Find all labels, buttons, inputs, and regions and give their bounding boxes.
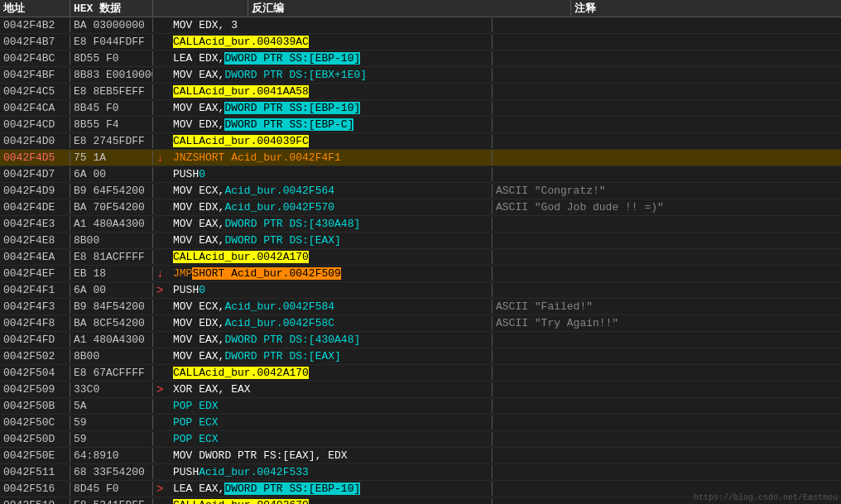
cell-marker [153, 58, 170, 60]
cell-marker [153, 472, 170, 473]
cell-addr: 0042F50D [0, 432, 70, 446]
table-row[interactable]: 0042F4D0E8 2745FDFFCALL Acid_bur.004039F… [0, 133, 841, 150]
table-header: 地址 HEX 数据 反汇编 注释 [0, 0, 841, 17]
disasm-part: DWORD PTR DS:[430A48] [224, 334, 360, 346]
cell-addr: 0042F4F3 [0, 300, 70, 314]
cell-disasm: POP EDX [170, 399, 493, 413]
cell-disasm: MOV EAX, DWORD PTR SS:[EBP-10] [170, 101, 493, 115]
table-row[interactable]: 0042F4F3B9 84F54200MOV ECX, Acid_bur.004… [0, 299, 841, 315]
table-row[interactable]: 0042F504E8 67ACFFFFCALL Acid_bur.0042A17… [0, 365, 841, 382]
table-row[interactable]: 0042F50E64:8910MOV DWORD PTR FS:[EAX], E… [0, 448, 841, 464]
cell-hex: E8 F044FDFF [70, 35, 153, 49]
disasm-part: DWORD PTR SS:[EBP-10] [224, 52, 360, 65]
table-row[interactable]: 0042F4BC8D55 F0LEA EDX, DWORD PTR SS:[EB… [0, 50, 841, 67]
cell-marker [153, 406, 170, 407]
cell-marker: > [153, 382, 170, 397]
cell-hex: E8 2745FDFF [70, 134, 153, 148]
cell-addr: 0042F4F8 [0, 316, 70, 330]
cell-hex: 8B83 E0010000 [70, 68, 153, 82]
table-row[interactable]: 0042F4B2BA 03000000MOV EDX, 3 [0, 17, 841, 34]
cell-disasm: POP ECX [170, 432, 493, 446]
table-row[interactable]: 0042F4BF8B83 E0010000MOV EAX, DWORD PTR … [0, 67, 841, 84]
table-row[interactable]: 0042F4F16A 00>PUSH 0 [0, 282, 841, 299]
table-row[interactable]: 0042F4C5E8 8EB5FEFFCALL Acid_bur.0041AA5… [0, 84, 841, 100]
table-row[interactable]: 0042F4EAE8 81ACFFFFCALL Acid_bur.0042A17… [0, 249, 841, 266]
cell-marker [153, 91, 170, 93]
cell-comment [493, 257, 841, 258]
cell-marker [153, 455, 170, 457]
cell-hex: 8D55 F0 [70, 51, 153, 65]
cell-disasm: CALL Acid_bur.0042A170 [170, 250, 493, 264]
cell-hex: 75 1A [70, 151, 153, 165]
disasm-part: MOV ECX, [173, 300, 224, 313]
disasm-part: DWORD PTR SS:[EBP-10] [224, 102, 360, 114]
cell-hex: 8B55 F4 [70, 118, 153, 132]
cell-marker [153, 223, 170, 225]
disasm-part: SHORT Acid_bur.0042F509 [192, 267, 340, 280]
table-row[interactable]: 0042F4D76A 00PUSH 0 [0, 166, 841, 183]
cell-addr: 0042F4C5 [0, 84, 70, 98]
disasm-part: DWORD PTR SS:[EBP-10] [224, 482, 360, 495]
table-row[interactable]: 0042F4D9B9 64F54200MOV ECX, Acid_bur.004… [0, 183, 841, 199]
cell-addr: 0042F4BF [0, 68, 70, 82]
cell-hex: 6A 00 [70, 167, 153, 181]
disasm-part: Acid_bur.0042A170 [199, 251, 309, 263]
table-row[interactable]: 0042F50D59POP ECX [0, 431, 841, 448]
disasm-part: PUSH [173, 284, 199, 296]
table-row[interactable]: 0042F51168 33F54200PUSH Acid_bur.0042F53… [0, 464, 841, 481]
disasm-part: CALL [173, 367, 199, 379]
cell-marker [153, 141, 170, 142]
table-row[interactable]: 0042F50C59POP ECX [0, 415, 841, 431]
table-row[interactable]: 0042F4FDA1 480A4300MOV EAX, DWORD PTR DS… [0, 332, 841, 348]
cell-hex: B9 64F54200 [70, 184, 153, 198]
cell-comment [493, 339, 841, 341]
disasm-part: MOV ECX, [173, 185, 224, 197]
cell-disasm: MOV EDX, 3 [170, 18, 493, 32]
disasm-part: Acid_bur.0042F570 [224, 201, 334, 214]
table-row[interactable]: 0042F4EFEB 18↓JMP SHORT Acid_bur.0042F50… [0, 266, 841, 282]
cell-hex: E8 67ACFFFF [70, 366, 153, 380]
cell-disasm: PUSH 0 [170, 283, 493, 297]
cell-addr: 0042F50C [0, 415, 70, 430]
cell-marker [153, 339, 170, 341]
table-row[interactable]: 0042F4DEBA 70F54200MOV EDX, Acid_bur.004… [0, 199, 841, 216]
cell-marker: ↓ [153, 151, 170, 166]
disasm-part: MOV EDX, [173, 201, 224, 214]
disasm-part: CALL [173, 251, 199, 263]
cell-hex: BA 03000000 [70, 18, 153, 32]
cell-addr: 0042F4E3 [0, 217, 70, 231]
cell-addr: 0042F50E [0, 449, 70, 463]
disasm-part: DWORD PTR SS:[EBP-C] [224, 118, 353, 131]
disasm-table[interactable]: 0042F4B2BA 03000000MOV EDX, 30042F4B7E8 … [0, 17, 841, 504]
cell-disasm: MOV ECX, Acid_bur.0042F584 [170, 300, 493, 314]
table-row[interactable]: 0042F4F8BA 8CF54200MOV EDX, Acid_bur.004… [0, 315, 841, 332]
cell-hex: BA 70F54200 [70, 200, 153, 214]
cell-disasm: XOR EAX, EAX [170, 382, 493, 396]
cell-disasm: CALL Acid_bur.0041AA58 [170, 84, 493, 98]
disasm-part: LEA EAX, [173, 482, 224, 495]
table-row[interactable]: 0042F5028B00MOV EAX, DWORD PTR DS:[EAX] [0, 348, 841, 365]
cell-marker [153, 257, 170, 258]
disasm-part: 0 [199, 284, 205, 296]
cell-addr: 0042F4CA [0, 101, 70, 115]
cell-disasm: MOV EAX, DWORD PTR DS:[EAX] [170, 233, 493, 247]
cell-marker: ↓ [153, 266, 170, 281]
table-row[interactable]: 0042F4B7E8 F044FDFFCALL Acid_bur.004039A… [0, 34, 841, 50]
table-row[interactable]: 0042F4CD8B55 F4MOV EDX, DWORD PTR SS:[EB… [0, 117, 841, 133]
table-row[interactable]: 0042F50B5APOP EDX [0, 398, 841, 415]
disasm-part: LEA EDX, [173, 52, 224, 65]
disasm-part: POP EDX [173, 400, 219, 412]
table-row[interactable]: 0042F4D575 1A↓JNZ SHORT Acid_bur.0042F4F… [0, 150, 841, 166]
table-row[interactable]: 0042F4E3A1 480A4300MOV EAX, DWORD PTR DS… [0, 216, 841, 233]
cell-addr: 0042F504 [0, 366, 70, 380]
table-row[interactable]: 0042F4E88B00MOV EAX, DWORD PTR DS:[EAX] [0, 233, 841, 249]
cell-hex: EB 18 [70, 266, 153, 281]
disasm-part: MOV EAX, [173, 350, 224, 362]
header-disasm: 反汇编 [248, 0, 571, 17]
disasm-part: Acid_bur.0042F533 [199, 466, 309, 478]
cell-disasm: MOV ECX, Acid_bur.0042F564 [170, 184, 493, 198]
table-row[interactable]: 0042F50933C0>XOR EAX, EAX [0, 382, 841, 398]
table-row[interactable]: 0042F4CA8B45 F0MOV EAX, DWORD PTR SS:[EB… [0, 100, 841, 117]
cell-addr: 0042F4FD [0, 333, 70, 347]
cell-hex: A1 480A4300 [70, 333, 153, 347]
